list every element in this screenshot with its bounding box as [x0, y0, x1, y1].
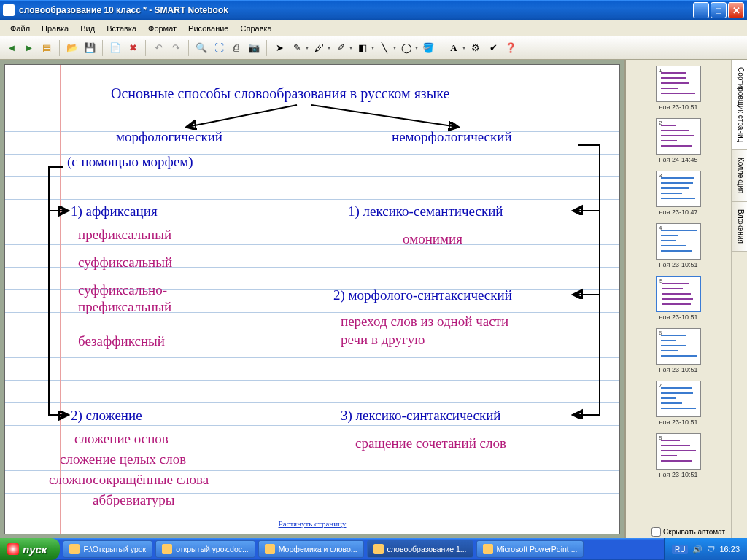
taskbar-task[interactable]: F:\Открытый урок: [63, 540, 152, 558]
zoom-icon[interactable]: 🔍: [194, 41, 209, 55]
thumbnail[interactable]: 4ноя 23-10:51: [629, 223, 728, 268]
taskbar-task[interactable]: открытый урок.doc...: [155, 540, 255, 558]
ruled-line: [5, 425, 619, 426]
spell-icon[interactable]: ✔: [486, 41, 500, 55]
left-note: (с помощью морфем): [67, 154, 193, 170]
tray-icon[interactable]: 🔊: [692, 545, 703, 554]
r2: 2) морфолого-синтаксический: [333, 287, 512, 303]
canvas-area[interactable]: // placeholder, lines drawn below by loo…: [0, 60, 624, 538]
thumbnail-label: ноя 23-10:51: [629, 104, 728, 111]
task-label: словообразование 1...: [387, 545, 467, 553]
menu-help[interactable]: Справка: [235, 23, 278, 34]
ruled-line: [5, 244, 619, 245]
open-icon[interactable]: 📂: [65, 41, 80, 55]
minimize-button[interactable]: _: [693, 2, 709, 18]
l2b: сложение целых слов: [60, 451, 186, 467]
redo-icon[interactable]: ↷: [169, 41, 183, 55]
thumbnail[interactable]: 2ноя 24-14:45: [629, 118, 728, 163]
fullscreen-icon[interactable]: ⛶: [212, 41, 226, 55]
menu-drawing[interactable]: Рисование: [182, 23, 234, 34]
left-branch: морфологический: [116, 129, 222, 145]
properties-icon[interactable]: ⚙: [468, 41, 483, 55]
fill-icon[interactable]: 🪣: [421, 41, 436, 55]
task-icon: [483, 544, 493, 554]
task-icon: [374, 544, 384, 554]
taskbar: пуск F:\Открытый урокоткрытый урок.doc..…: [0, 538, 747, 560]
pen-icon[interactable]: ✎: [290, 41, 304, 55]
side-tabs: Сортировщик страниц Коллекция Вложения: [731, 60, 747, 538]
tray-icon[interactable]: 🛡: [707, 545, 715, 553]
notebook-page[interactable]: // placeholder, lines drawn below by loo…: [4, 64, 620, 534]
new-page-icon[interactable]: 📄: [108, 41, 123, 55]
thumbnail[interactable]: 1ноя 23-10:51: [629, 66, 728, 111]
start-button[interactable]: пуск: [0, 538, 60, 560]
next-page-icon[interactable]: ►: [22, 41, 36, 55]
save-icon[interactable]: 💾: [82, 41, 97, 55]
tab-attachments[interactable]: Вложения: [732, 202, 747, 252]
work-area: // placeholder, lines drawn below by loo…: [0, 60, 747, 538]
task-label: Microsoft PowerPoint ...: [497, 545, 578, 553]
thumbnail[interactable]: 5ноя 23-10:51: [629, 276, 728, 321]
menu-insert[interactable]: Вставка: [101, 23, 142, 34]
language-indicator[interactable]: RU: [672, 545, 688, 554]
l2d: аббревиатуры: [93, 492, 175, 508]
ruled-line: [5, 109, 619, 109]
thumbnail-label: ноя 23-10:51: [629, 314, 728, 321]
l1d: безаффиксный: [78, 333, 165, 349]
ruled-line: [5, 176, 619, 177]
text-icon[interactable]: A: [446, 41, 461, 55]
delete-icon[interactable]: ✖: [125, 41, 140, 55]
stretch-page-link[interactable]: Растянуть страницу: [279, 519, 347, 528]
hide-auto-checkbox[interactable]: Скрывать автомат: [651, 527, 725, 537]
menu-file[interactable]: Файл: [4, 23, 36, 34]
thumbnail[interactable]: 3ноя 23-10:47: [629, 171, 728, 216]
r3a: сращение сочетаний слов: [355, 435, 506, 451]
close-button[interactable]: ✕: [728, 2, 744, 18]
thumbnail-label: ноя 23-10:47: [629, 209, 728, 216]
thumbnail-label: ноя 24-14:45: [629, 156, 728, 163]
thumbnail-label: ноя 23-10:51: [629, 471, 728, 478]
clock[interactable]: 16:23: [719, 545, 740, 553]
eraser-icon[interactable]: ◧: [355, 41, 370, 55]
toolbar: ◄ ► ▤ 📂 💾 📄 ✖ ↶ ↷ 🔍 ⛶ ⎙ 📷 ➤ ✎▾ 🖊▾ ✐▾ ◧▾ …: [0, 36, 747, 60]
task-icon: [265, 544, 275, 554]
creative-pen-icon[interactable]: ✐: [333, 41, 348, 55]
maximize-button[interactable]: □: [711, 2, 727, 18]
r3: 3) лексико-синтаксический: [341, 408, 501, 424]
shape-icon[interactable]: ◯: [399, 41, 414, 55]
l1c: суффиксально- префиксальный: [78, 282, 171, 316]
page-title: Основные способы словообразования в русс…: [111, 85, 449, 102]
doc-icon[interactable]: ▤: [39, 41, 54, 55]
taskbar-task[interactable]: Морфемика и слово...: [258, 540, 364, 558]
thumbnail[interactable]: 6ноя 23-10:51: [629, 328, 728, 373]
ruled-line: [5, 402, 619, 403]
taskbar-task[interactable]: словообразование 1...: [367, 540, 473, 558]
tab-collection[interactable]: Коллекция: [732, 150, 747, 202]
tab-sorter[interactable]: Сортировщик страниц: [732, 60, 747, 150]
thumbnail[interactable]: 7ноя 23-10:51: [629, 381, 728, 426]
capture-icon[interactable]: ⎙: [229, 41, 244, 55]
menu-view[interactable]: Вид: [74, 23, 101, 34]
r1: 1) лексико-семантический: [348, 203, 503, 219]
l2c: сложносокращённые слова: [49, 472, 209, 488]
l1a: префиксальный: [78, 227, 171, 243]
ruled-line: [5, 516, 619, 516]
menu-format[interactable]: Формат: [142, 23, 182, 34]
page-sorter[interactable]: 1ноя 23-10:512ноя 24-14:453ноя 23-10:474…: [626, 60, 731, 538]
task-label: Морфемика и слово...: [279, 545, 357, 553]
ruled-line: [5, 131, 619, 132]
prev-page-icon[interactable]: ◄: [4, 41, 19, 55]
camera-icon[interactable]: 📷: [247, 41, 261, 55]
thumbnail[interactable]: 8ноя 23-10:51: [629, 433, 728, 478]
line-icon[interactable]: ╲: [377, 41, 392, 55]
help-icon[interactable]: ❓: [503, 41, 518, 55]
r1a: омонимия: [403, 231, 462, 247]
highlighter-icon[interactable]: 🖊: [311, 41, 326, 55]
menu-edit[interactable]: Правка: [36, 23, 74, 34]
taskbar-task[interactable]: Microsoft PowerPoint ...: [476, 540, 584, 558]
app-icon: [3, 4, 15, 16]
hide-auto-input[interactable]: [651, 527, 661, 537]
pointer-icon[interactable]: ➤: [272, 41, 287, 55]
l2: 2) сложение: [71, 408, 142, 424]
undo-icon[interactable]: ↶: [151, 41, 166, 55]
